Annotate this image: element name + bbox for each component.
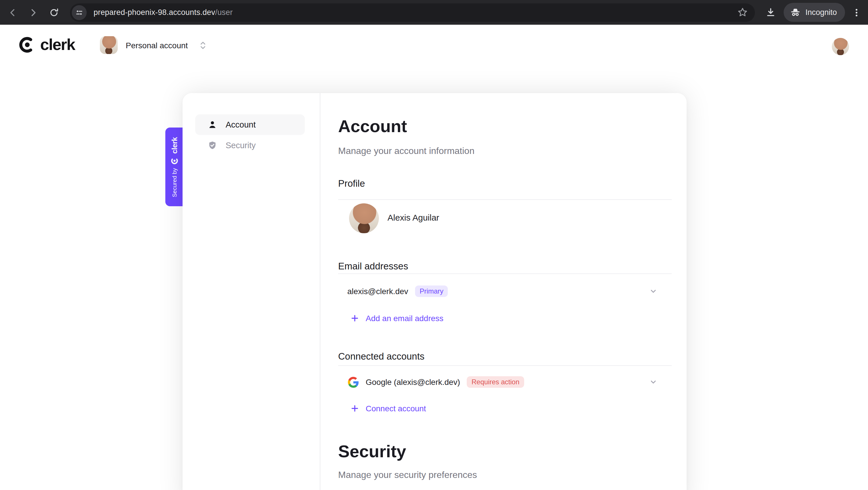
chevron-down-icon xyxy=(649,287,658,296)
clerk-mini-logo-icon xyxy=(170,157,178,164)
account-title: Account xyxy=(338,116,407,137)
forward-button[interactable] xyxy=(25,4,41,20)
url-path: /user xyxy=(215,8,233,17)
star-icon xyxy=(737,7,748,18)
sidebar-item-account[interactable]: Account xyxy=(195,114,305,135)
org-switcher[interactable]: Personal account xyxy=(100,36,207,54)
secured-by-clerk-badge[interactable]: Secured by clerk xyxy=(165,127,183,206)
browser-menu-button[interactable] xyxy=(848,4,865,20)
reload-icon xyxy=(49,7,59,18)
security-subtitle: Manage your security preferences xyxy=(338,469,477,481)
profile-sidebar: Account Security xyxy=(183,93,320,490)
incognito-label: Incognito xyxy=(805,8,837,17)
divider xyxy=(338,199,672,200)
email-address: alexis@clerk.dev xyxy=(347,287,408,296)
address-bar[interactable]: prepared-phoenix-98.accounts.dev/user xyxy=(70,3,755,22)
forward-arrow-icon xyxy=(28,7,38,18)
sidebar-item-security[interactable]: Security xyxy=(195,135,305,156)
incognito-icon xyxy=(790,7,801,18)
account-portal-page: clerk Personal account Secured by clerk xyxy=(0,25,868,490)
url-text: prepared-phoenix-98.accounts.dev/user xyxy=(94,8,233,17)
profile-name: Alexis Aguilar xyxy=(388,212,439,224)
download-icon xyxy=(765,7,776,18)
profile-heading: Profile xyxy=(338,177,365,190)
sidebar-item-label: Account xyxy=(226,120,256,129)
secured-by-text: Secured by xyxy=(171,168,177,197)
security-title: Security xyxy=(338,441,406,462)
email-addresses-heading: Email addresses xyxy=(338,260,408,272)
google-icon xyxy=(348,377,359,387)
site-settings-icon[interactable] xyxy=(72,5,87,20)
connect-account-label: Connect account xyxy=(366,404,426,413)
connect-account-button[interactable]: Connect account xyxy=(351,404,426,413)
add-email-button[interactable]: Add an email address xyxy=(351,314,443,323)
email-row: alexis@clerk.dev Primary xyxy=(347,286,448,297)
incognito-badge: Incognito xyxy=(784,3,845,22)
account-subtitle: Manage your account information xyxy=(338,145,474,157)
download-button[interactable] xyxy=(763,4,778,20)
browser-toolbar: prepared-phoenix-98.accounts.dev/user In… xyxy=(0,0,868,25)
requires-action-badge: Requires action xyxy=(467,376,524,388)
secured-by-brand: clerk xyxy=(170,137,179,154)
chevron-up-down-icon xyxy=(199,40,207,50)
plus-icon xyxy=(351,314,359,322)
url-domain: prepared-phoenix-98.accounts.dev xyxy=(94,8,215,17)
kebab-menu-icon xyxy=(851,7,862,18)
screen: prepared-phoenix-98.accounts.dev/user In… xyxy=(0,0,868,490)
divider xyxy=(338,273,672,274)
user-menu-avatar[interactable] xyxy=(832,38,849,55)
profile-avatar xyxy=(349,203,379,233)
chevron-down-icon xyxy=(649,377,658,386)
connected-accounts-heading: Connected accounts xyxy=(338,350,425,363)
browser-nav-buttons xyxy=(5,4,62,20)
plus-icon xyxy=(351,404,359,412)
sidebar-item-label: Security xyxy=(226,141,256,150)
reload-button[interactable] xyxy=(46,4,62,20)
shield-check-icon xyxy=(208,141,217,150)
connected-account-row: Google (alexis@clerk.dev) Requires actio… xyxy=(348,376,524,388)
divider xyxy=(338,365,672,366)
connected-account-label: Google (alexis@clerk.dev) xyxy=(366,377,460,386)
back-arrow-icon xyxy=(7,7,18,18)
org-switcher-label: Personal account xyxy=(126,40,188,50)
back-button[interactable] xyxy=(5,4,21,20)
org-avatar xyxy=(100,36,118,54)
clerk-wordmark: clerk xyxy=(40,36,75,54)
connected-row-expand-button[interactable] xyxy=(646,375,660,389)
clerk-logo: clerk xyxy=(19,36,75,54)
user-profile-card: Account Security Account Manage your acc… xyxy=(183,93,687,490)
clerk-logo-mark-icon xyxy=(19,36,36,53)
primary-badge: Primary xyxy=(415,286,448,297)
email-row-expand-button[interactable] xyxy=(646,284,660,298)
person-icon xyxy=(208,120,217,129)
bookmark-star-button[interactable] xyxy=(734,4,750,20)
add-email-label: Add an email address xyxy=(366,314,443,323)
